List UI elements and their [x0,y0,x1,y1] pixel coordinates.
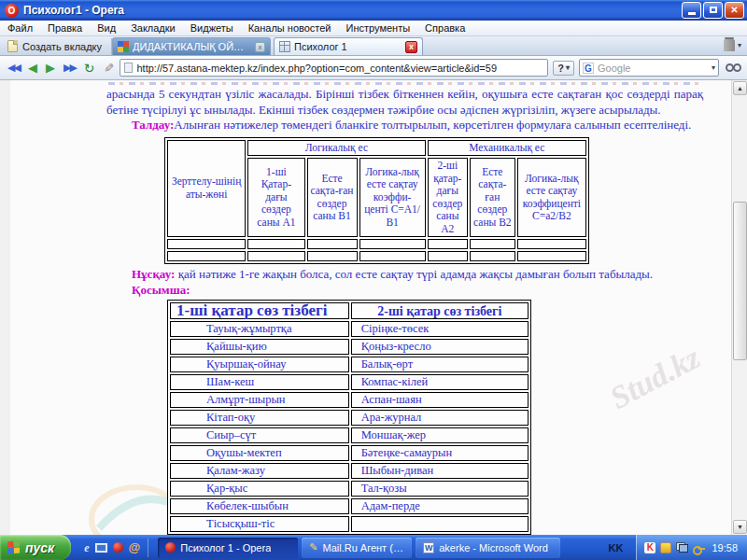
window-title: Психолог1 - Opera [23,4,682,17]
menu-view[interactable]: Вид [97,22,116,34]
tab1-favicon-icon [118,41,129,52]
binoculars-icon[interactable] [726,63,741,72]
taskbtn-mailru-agent[interactable]: ✎ Mail.Ru Агент (2 вкл... [302,538,412,558]
restore-button[interactable] [703,2,723,19]
paragraph-experiment: арасында 5 секундтан үзіліс жасалады. Бі… [106,87,703,118]
mailru-icon[interactable]: @ [129,541,141,553]
pencil-icon[interactable]: ✎ [102,61,116,75]
url-input[interactable]: http://57.astana-mektep.kz/index.php?opt… [120,59,548,77]
word-pair-cell: Бәтеңке-самаурын [351,445,529,461]
taskbar: пуск e @ Психолог 1 - Opera ✎ Mail.Ru Аг… [0,535,747,560]
nuskau-text: қай нәтиже 1-ге жақын болса, сол есте са… [175,267,653,281]
help-label: ? [557,63,564,74]
word-pair-cell: Балық-өрт [351,357,529,372]
network-icon[interactable] [676,542,688,553]
word-icon: W [423,542,434,553]
kaspersky-icon[interactable]: K [644,542,655,553]
back-button[interactable]: ◀ [26,61,39,75]
menu-file[interactable]: Файл [7,22,33,34]
table-row: Сиыр–сүтМоншақ-жер [170,427,529,443]
menu-edit[interactable]: Правка [48,22,82,34]
tray-yellow-icon[interactable] [660,542,671,553]
table-row [167,251,586,261]
tab-psiholog[interactable]: Психолог 1 x [274,37,423,55]
menu-feeds[interactable]: Каналы новостей [248,22,331,34]
menu-tools[interactable]: Инструменты [346,22,411,34]
tab-didaktikalyk[interactable]: ДИДАКТИКАЛЫҚ ОЙЫН... x [112,37,271,55]
menu-help[interactable]: Справка [425,22,465,34]
scrollbar-thumb[interactable] [733,202,747,360]
opera-window: O Психолог1 - Opera ✕ Файл Правка Вид За… [0,0,747,560]
word-pair-cell: Кітап-оқу [170,410,349,426]
start-button[interactable]: пуск [0,535,71,560]
help-caret-icon: ▾ [566,63,570,72]
tab1-label: ДИДАКТИКАЛЫҚ ОЙЫН... [133,41,251,52]
taskbtn-opera[interactable]: Психолог 1 - Opera [158,538,298,558]
ie-icon[interactable]: e [84,542,89,553]
taskbtn-word[interactable]: W akerke - Microsoft Word [416,538,560,558]
logical-memory-group-header: Логикалық ес [247,140,425,157]
word-pair-cell: Қуыршақ-ойнау [170,357,349,372]
table-row: Қар-қысТал-қозы [170,481,529,497]
scroll-up-icon[interactable]: ▲ [733,81,747,95]
nuskau-label: Нұсқау: [132,267,175,281]
show-desktop-icon[interactable] [95,543,107,553]
taldau-label: Талдау: [132,118,174,132]
word-pair-cell: Аспан-шаян [351,392,529,408]
forward-button[interactable]: ▶ [44,61,57,75]
clock[interactable]: 19:58 [712,542,738,553]
table-row: Тауық-жұмыртқаСіріңке-төсек [170,321,529,337]
trash-icon [724,39,735,51]
search-caret-icon: ▾ [712,63,715,72]
menu-widgets[interactable]: Виджеты [190,22,233,34]
windows-flag-icon [7,540,21,554]
word-pair-cell: Шам-кеш [170,374,349,390]
word-pair-cell: Адам-перде [351,498,529,514]
word-pair-cell: Компас-кілей [351,374,529,390]
vertical-scrollbar[interactable]: ▲ ▼ [731,80,747,535]
word-pairs-table: 1-ші қатар сөз тізбегі 2-ші қатар сөз ті… [167,300,531,535]
table-row: Қуыршақ-ойнауБалық-өрт [170,357,529,372]
new-tab-button[interactable]: Создать вкладку [4,38,112,55]
word-pair-cell: Ара-журнал [351,410,529,426]
taskbtn-word-label: akerke - Microsoft Word [439,542,548,553]
web-page: Stud.kz Stud.kz Stud.kz арасында 5 секун… [0,80,731,535]
word-pair-cell: Қар-қыс [170,481,349,497]
help-button[interactable]: ? ▾ [553,61,574,76]
reload-icon[interactable]: ↻ [82,61,97,76]
search-input[interactable]: G Google ▾ [579,59,719,77]
subheader-cell: Есте сақта-ған сөздер саны В1 [307,158,358,237]
table-row: Көбелек-шыбынАдам-перде [170,498,529,514]
key-icon[interactable] [693,546,705,552]
word-pair-cell: Сіріңке-төсек [351,321,529,337]
tab2-label: Психолог 1 [294,41,402,52]
word-pair-cell: Тауық-жұмыртқа [170,321,349,337]
paragraph-kosymsha: Қосымша: [106,283,703,299]
table-row: Тісысқыш-тіс [170,516,529,532]
trash-caret-icon: ▾ [738,41,741,49]
mailru-agent-icon: ✎ [309,541,317,553]
word-pair-cell: Сиыр–сүт [170,427,349,443]
table-row: Алмұрт-шырынАспан-шаян [170,392,529,408]
language-indicator[interactable]: KK [596,542,637,553]
tab1-close-icon[interactable]: x [255,42,265,52]
quick-launch: e @ [77,539,148,557]
scroll-down-icon[interactable]: ▼ [733,520,747,534]
tab2-close-icon[interactable]: x [405,41,417,53]
column1-header: 1-ші қатар сөз тізбегі [170,302,349,319]
fast-forward-button[interactable]: ▶▶ [62,62,78,74]
menu-bookmarks[interactable]: Закладки [131,22,176,34]
word-pair-cell: Тісысқыш-тіс [170,516,349,532]
subheader-cell: 2-ші қатар-дағы сөздер саны А2 [428,158,468,237]
minimize-button[interactable] [682,2,701,19]
close-button[interactable]: ✕ [725,2,744,19]
closed-tabs-button[interactable]: ▾ [724,39,741,51]
table-row: Зерттелу-шінің аты-жөні Логикалық ес Мех… [167,140,586,157]
word-pair-cell: Оқушы-мектеп [170,445,349,461]
column2-header: 2-ші қатар сөз тізбегі [351,302,529,319]
subheader-cell: Есте сақта-ған сөздер саны В2 [470,158,515,237]
word-pair-cell: Қоңыз-кресло [351,339,529,355]
results-blank-table: Зерттелу-шінің аты-жөні Логикалық ес Мех… [164,137,589,265]
rewind-button[interactable]: ◀◀ [6,62,21,74]
opera-quicklaunch-icon[interactable] [113,542,123,553]
